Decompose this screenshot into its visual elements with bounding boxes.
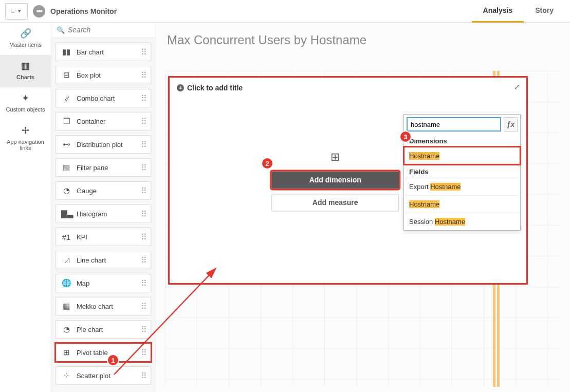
grip-icon: ⠿ <box>141 255 146 265</box>
chart-item-pie-chart[interactable]: ◔Pie chart⠿ <box>56 320 151 339</box>
signpost-icon: ✢ <box>2 125 49 136</box>
chart-item-label: Distribution plot <box>77 141 141 148</box>
expand-icon[interactable]: ⤢ <box>514 83 520 91</box>
field-hostname[interactable]: Hostname <box>404 195 520 213</box>
chart-item-label: Pie chart <box>77 326 141 333</box>
grip-icon: ⠿ <box>141 47 146 57</box>
field-prefix: Session <box>409 218 435 226</box>
tab-story[interactable]: Story <box>524 0 565 23</box>
chart-item-scatter-plot[interactable]: ⁘Scatter plot⠿ <box>56 366 151 385</box>
pie-chart-icon: ◔ <box>61 325 71 334</box>
chart-item-histogram[interactable]: ▇▃Histogram⠿ <box>56 204 151 223</box>
chart-item-label: Combo chart <box>77 95 141 102</box>
search-input[interactable] <box>68 26 159 34</box>
hamburger-icon: ≡ <box>11 7 15 15</box>
object-title-area[interactable]: + Click to add title <box>174 82 522 94</box>
chart-item-gauge[interactable]: ◔Gauge⠿ <box>56 181 151 200</box>
menu-button[interactable]: ≡ ▼ <box>5 3 28 20</box>
kpi-icon: #1 <box>61 233 71 241</box>
chart-item-container[interactable]: ❒Container⠿ <box>56 112 151 130</box>
grip-icon: ⠿ <box>141 302 146 311</box>
nav-custom-objects[interactable]: ✦ Custom objects <box>0 87 51 120</box>
search-wrap: 🔍 <box>51 23 155 38</box>
grip-icon: ⠿ <box>141 94 146 103</box>
chart-item-label: Container <box>77 118 141 125</box>
fx-button[interactable]: ƒx <box>504 117 518 132</box>
grip-icon: ⠿ <box>141 70 146 80</box>
container-icon: ❒ <box>61 117 71 126</box>
gauge-icon: ◔ <box>61 186 71 195</box>
plus-icon: + <box>177 84 184 91</box>
dimension-hostname[interactable]: Hostname <box>404 147 520 164</box>
chart-item-label: Map <box>77 279 141 287</box>
field-prefix: Export <box>409 183 430 191</box>
chart-item-line-chart[interactable]: ⩘Line chart⠿ <box>56 251 151 269</box>
chart-item-label: Box plot <box>77 71 141 79</box>
bar-chart-icon: ▥ <box>2 60 49 71</box>
callout-badge-3: 3 <box>399 130 412 143</box>
chart-list-panel: 🔍 ▮▮Bar chart⠿⊟Box plot⠿⫽Combo chart⠿❒Co… <box>51 23 156 392</box>
tab-analysis[interactable]: Analysis <box>472 0 524 23</box>
callout-badge-2: 2 <box>261 157 273 170</box>
chart-item-label: Histogram <box>77 210 141 218</box>
nav-charts[interactable]: ▥ Charts <box>0 55 51 87</box>
mekko-chart-icon: ▦ <box>61 302 71 311</box>
grip-icon: ⠿ <box>141 232 146 242</box>
grip-icon: ⠿ <box>141 140 146 150</box>
field-export-hostname[interactable]: Export Hostname <box>404 178 520 195</box>
highlighted-text: Hostname <box>435 218 465 226</box>
map-icon: 🌐 <box>61 278 71 288</box>
chart-item-label: Bar chart <box>77 48 141 56</box>
chart-item-label: Line chart <box>77 256 141 264</box>
nav-app-navigation-links[interactable]: ✢ App navigation links <box>0 120 51 158</box>
app-title: Operations Monitor <box>50 7 117 15</box>
chart-item-distribution-plot[interactable]: ⊷Distribution plot⠿ <box>56 135 151 154</box>
box-plot-icon: ⊟ <box>61 70 71 80</box>
combo-chart-icon: ⫽ <box>61 94 71 103</box>
grip-icon: ⠿ <box>141 117 146 126</box>
highlighted-text: Hostname <box>430 183 461 191</box>
section-fields-header: Fields <box>404 164 520 178</box>
section-dimensions-header: Dimensions <box>404 134 520 147</box>
nav-label: Charts <box>16 74 34 80</box>
chart-item-mekko-chart[interactable]: ▦Mekko chart⠿ <box>56 297 151 315</box>
callout-badge-1: 1 <box>107 354 119 366</box>
chart-item-label: Gauge <box>77 187 141 195</box>
pivot-table-icon: ⊞ <box>61 348 71 357</box>
chart-item-label: Scatter plot <box>77 372 141 380</box>
grip-icon: ⠿ <box>141 348 146 358</box>
search-icon: 🔍 <box>57 26 65 34</box>
app-icon: ••• <box>33 5 45 17</box>
grip-icon: ⠿ <box>141 163 146 173</box>
grip-icon: ⠿ <box>141 278 146 288</box>
object-center: ⊞ Add dimension Add measure <box>271 151 399 216</box>
chart-item-combo-chart[interactable]: ⫽Combo chart⠿ <box>56 89 151 107</box>
chart-item-label: Mekko chart <box>77 303 141 310</box>
expression-input[interactable] <box>407 117 501 132</box>
topbar: ≡ ▼ ••• Operations Monitor Analysis Stor… <box>0 0 570 23</box>
chart-item-filter-pane[interactable]: ▤Filter pane⠿ <box>56 158 151 177</box>
add-dimension-button[interactable]: Add dimension <box>271 171 399 189</box>
scatter-plot-icon: ⁘ <box>61 371 71 380</box>
nav-master-items[interactable]: 🔗 Master items <box>0 23 51 55</box>
histogram-icon: ▇▃ <box>61 209 71 218</box>
grip-icon: ⠿ <box>141 186 146 196</box>
grip-icon: ⠿ <box>141 371 146 381</box>
line-chart-icon: ⩘ <box>61 256 71 265</box>
chart-item-box-plot[interactable]: ⊟Box plot⠿ <box>56 66 151 84</box>
chart-item-map[interactable]: 🌐Map⠿ <box>56 274 151 292</box>
chart-item-pivot-table[interactable]: ⊞Pivot table⠿ <box>56 343 151 362</box>
grip-icon: ⠿ <box>141 209 146 219</box>
field-session-hostname[interactable]: Session Hostname <box>404 213 520 230</box>
canvas: Max Concurrent Users by Hostname + Click… <box>156 23 570 392</box>
chart-item-bar-chart[interactable]: ▮▮Bar chart⠿ <box>56 43 151 61</box>
field-popover: ƒx Dimensions Hostname Fields Export Hos… <box>403 114 521 231</box>
sheet-title[interactable]: Max Concurrent Users by Hostname <box>156 23 570 51</box>
chart-list: ▮▮Bar chart⠿⊟Box plot⠿⫽Combo chart⠿❒Cont… <box>51 38 155 392</box>
filter-pane-icon: ▤ <box>61 163 71 172</box>
chart-item-kpi[interactable]: #1KPI⠿ <box>56 228 151 246</box>
nav-label: App navigation links <box>7 139 44 151</box>
link-icon: 🔗 <box>2 28 49 39</box>
bar-chart-icon: ▮▮ <box>61 47 71 57</box>
add-measure-button[interactable]: Add measure <box>271 194 399 211</box>
